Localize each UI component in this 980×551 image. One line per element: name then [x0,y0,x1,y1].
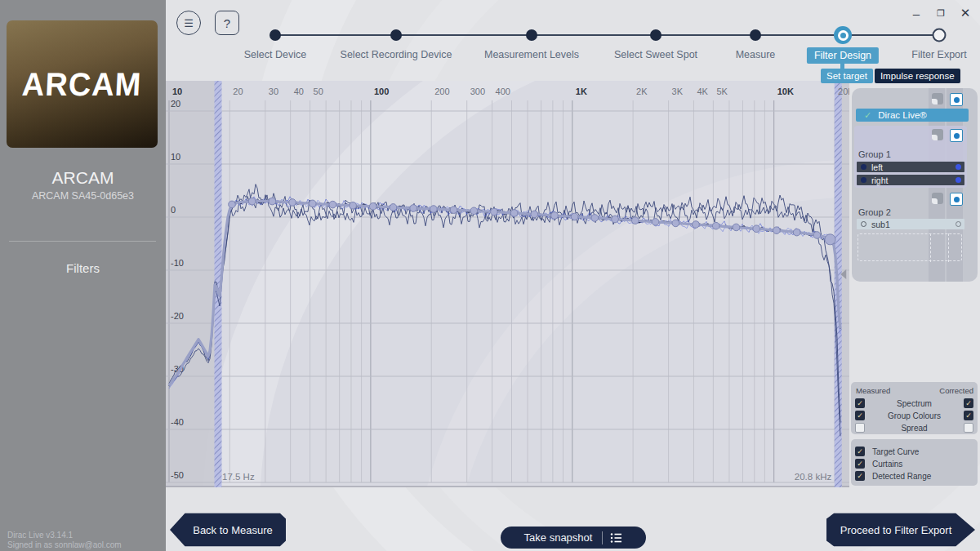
group-2-label: Group 2 [858,207,891,217]
radio-selected-icon[interactable] [950,193,963,206]
target-control-point[interactable] [510,210,518,217]
y-tick-label: 10 [171,152,180,162]
group-2-icons [932,193,963,206]
target-control-point[interactable] [248,198,256,205]
target-control-point[interactable] [470,207,478,215]
target-control-point[interactable] [813,232,821,239]
target-control-point[interactable] [733,224,740,231]
spectrum-legend-card: Measured Corrected ✓ Spectrum ✓ ✓ Group … [851,382,978,434]
target-control-point[interactable] [390,204,397,211]
corrected-group-colours-checkbox[interactable]: ✓ [964,411,973,420]
target-control-point[interactable] [369,203,376,211]
target-control-point[interactable] [773,227,781,234]
measured-group-colours-checkbox[interactable]: ✓ [855,411,865,420]
step-dot-measure[interactable] [750,29,761,41]
legend-row-curtains: ✓ Curtains [851,458,978,469]
dropzone-divider [930,233,931,262]
target-control-point[interactable] [410,205,417,212]
help-button[interactable]: ? [215,11,239,35]
group-filter-icon[interactable] [932,129,943,140]
legend-row-target-curve: ✓ Target Curve [851,446,978,457]
tab-impulse-response[interactable]: Impulse response [875,69,960,83]
target-control-point[interactable] [551,212,559,220]
take-snapshot-button[interactable]: Take snapshot [501,527,646,549]
filter-design-subtabs: Set target Impulse response [821,69,960,83]
target-control-point[interactable] [450,207,457,214]
target-control-point[interactable] [571,213,578,220]
target-control-point[interactable] [612,216,619,223]
empty-group-dropzone[interactable] [858,233,962,261]
y-tick-label: -50 [171,470,184,480]
step-dot-measurement-levels[interactable] [526,29,537,41]
legend-row-spectrum: ✓ Spectrum ✓ [851,398,978,409]
channel-dot-icon [861,177,866,183]
radio-selected-icon[interactable] [950,93,963,106]
channel-row-right[interactable]: right [857,175,964,185]
channel-name: right [871,176,888,185]
target-control-point[interactable] [753,225,760,233]
group-filter-icon[interactable] [932,93,943,104]
panel-header-icons [932,93,963,106]
detected-range-checkbox[interactable]: ✓ [855,471,865,481]
corrected-spectrum-checkbox[interactable]: ✓ [964,398,973,408]
minimize-icon[interactable]: – [908,5,924,21]
step-dot-select-device[interactable] [270,29,281,41]
snapshot-divider [602,531,603,544]
legend-row-detected-range: ✓ Detected Range [851,470,978,482]
signed-in-text: Signed in as sonnlaw@aol.com [7,540,122,550]
target-control-point[interactable] [269,198,276,205]
step-label-measurement-levels: Measurement Levels [484,49,579,60]
target-control-point[interactable] [591,215,599,222]
step-dot-select-recording-device[interactable] [390,29,402,41]
target-control-point[interactable] [229,201,236,208]
target-control-point[interactable] [350,202,357,209]
corrected-column-header: Corrected [939,386,973,395]
dirac-live-toggle[interactable]: ✓ Dirac Live® [856,109,969,122]
snapshot-list-icon [610,532,622,544]
measured-spectrum-checkbox[interactable]: ✓ [855,398,865,408]
legend-label: Spectrum [897,399,932,408]
target-control-point[interactable] [430,206,438,213]
legend-label: Group Colours [888,411,941,420]
group-filter-icon[interactable] [932,193,943,204]
target-control-point[interactable] [712,222,719,229]
target-control-point[interactable] [531,211,538,218]
check-icon: ✓ [864,110,871,121]
step-label-filter-design[interactable]: Filter Design [807,47,879,64]
target-control-point[interactable] [672,220,679,227]
radio-selected-icon[interactable] [950,129,963,142]
hamburger-menu-button[interactable]: ☰ [176,11,201,35]
tab-set-target[interactable]: Set target [821,69,873,83]
close-icon[interactable]: ✕ [957,5,973,21]
maximize-icon[interactable]: ❐ [933,5,949,21]
proceed-to-filter-export-button[interactable]: Proceed to Filter Export [826,513,975,547]
curtains-checkbox[interactable]: ✓ [855,459,865,469]
window-controls: – ❐ ✕ [908,5,973,21]
step-dot-filter-export[interactable] [933,29,947,42]
device-id: ARCAM SA45-0d65e3 [0,190,166,202]
target-control-point[interactable] [289,199,296,207]
snapshot-button-label: Take snapshot [524,531,593,544]
back-to-measure-button[interactable]: Back to Measure [170,513,286,547]
target-end-control-point[interactable] [825,234,835,245]
corrected-spread-checkbox[interactable] [964,423,973,433]
sidebar-item-filters[interactable]: Filters [0,261,166,275]
step-dot-select-sweet-spot[interactable] [650,29,662,41]
target-control-point[interactable] [309,200,316,207]
device-title: ARCAM [0,168,166,188]
target-control-point[interactable] [793,229,800,236]
channel-row-sub1[interactable]: sub1 [857,219,964,229]
hamburger-icon: ☰ [184,17,194,29]
y-tick-label: 20 [171,99,180,109]
frequency-response-chart[interactable]: 20100-10-20-30-40-5010203040501002003004… [166,81,849,487]
target-control-point[interactable] [632,217,639,224]
target-control-point[interactable] [329,201,336,208]
target-curve-checkbox[interactable]: ✓ [855,447,865,456]
measured-spread-checkbox[interactable] [855,423,865,433]
target-control-point[interactable] [491,208,498,216]
step-dot-filter-design[interactable] [834,26,852,44]
step-label-filter-export: Filter Export [911,49,966,60]
channel-row-left[interactable]: left [857,162,964,172]
target-control-point[interactable] [652,219,659,226]
target-control-point[interactable] [693,221,700,229]
